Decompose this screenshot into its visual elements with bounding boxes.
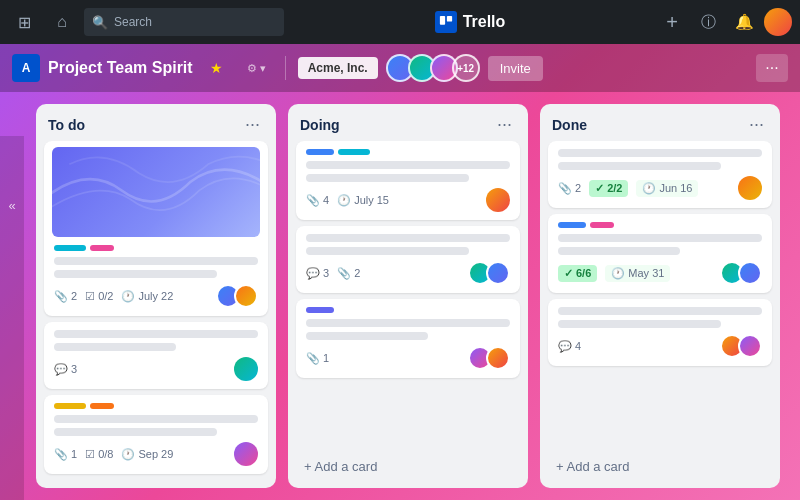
trello-logo: Trello [435,11,506,33]
list-doing-title: Doing [300,117,340,133]
doing-card-3[interactable]: 📎 1 [296,299,520,378]
comment-value: 3 [323,267,329,279]
card-6-avatars [468,346,510,370]
clock-icon: 🕐 [642,182,656,195]
attachment-value: 2 [575,182,581,194]
board-members: +12 [386,54,480,82]
collapse-icon[interactable]: « [4,194,19,217]
card-1-title [54,257,258,278]
checklist-count: ☑ 0/2 [85,290,113,303]
label-indigo [306,307,334,313]
member-count[interactable]: +12 [452,54,480,82]
app-title-area: Trello [290,11,650,33]
invite-button[interactable]: Invite [488,56,543,81]
title-line-2 [54,343,176,351]
due-date-badge: 🕐 May 31 [605,265,670,282]
trello-icon-svg [439,15,453,29]
attachment-icon: 📎 [306,194,320,207]
star-btn[interactable]: ★ [201,52,233,84]
top-navigation: ⊞ ⌂ 🔍 Search Trello + ⓘ 🔔 [0,0,800,44]
card-1-avatars [216,284,258,308]
done-card-2[interactable]: ✓ 6/6 🕐 May 31 [548,214,772,293]
label-orange [90,403,114,409]
app-name: Trello [463,13,506,31]
comment-value: 3 [71,363,77,375]
comment-count: 💬 4 [558,340,581,353]
board-more-btn[interactable]: ··· [756,54,788,82]
title-line-2 [54,270,217,278]
home-btn[interactable]: ⌂ [46,6,78,38]
comment-icon: 💬 [306,267,320,280]
todo-card-2[interactable]: 💬 3 [44,322,268,389]
list-todo-menu[interactable]: ··· [241,114,264,135]
title-line-1 [558,234,762,242]
search-bar[interactable]: 🔍 Search [84,8,284,36]
comment-count: 💬 3 [306,267,329,280]
card-4-avatar [486,188,510,212]
date-value: Jun 16 [659,182,692,194]
done-card-1[interactable]: 📎 2 ✓ 2/2 🕐 Jun 16 [548,141,772,208]
card-7-avatar [738,176,762,200]
attachment-value: 2 [71,290,77,302]
date-value: July 22 [138,290,173,302]
svg-rect-1 [447,16,452,22]
card-avatar-2 [738,334,762,358]
checklist-count: ☑ 0/8 [85,448,113,461]
card-3-title [54,415,258,436]
comment-count: 💬 3 [54,363,77,376]
done-card-3[interactable]: 💬 4 [548,299,772,366]
add-card-done-btn[interactable]: + Add a card [548,453,772,480]
cover-decoration [52,147,260,225]
card-3-labels [54,403,258,409]
clock-icon: 🕐 [611,267,625,280]
board-header: A Project Team Spirit ★ ⚙ ▾ Acme, Inc. +… [0,44,800,92]
label-pink [590,222,614,228]
nav-right-actions: + ⓘ 🔔 [656,6,792,38]
card-4-title [306,161,510,182]
label-cyan [54,245,86,251]
list-done-menu[interactable]: ··· [745,114,768,135]
card-2-title [54,330,258,351]
attachment-value: 4 [323,194,329,206]
checklist-done-badge: ✓ 6/6 [558,265,597,282]
title-line-1 [54,257,258,265]
grid-icon-btn[interactable]: ⊞ [8,6,40,38]
card-7-title [558,149,762,170]
doing-card-1[interactable]: 📎 4 🕐 July 15 [296,141,520,220]
board-logo: A [12,54,40,82]
checkmark-icon: ✓ [564,267,573,280]
due-date: 🕐 July 15 [337,194,389,207]
card-9-avatars [720,334,762,358]
clock-icon: 🕐 [121,290,135,303]
workspace-badge[interactable]: Acme, Inc. [298,57,378,79]
title-line-1 [54,415,258,423]
board-title: Project Team Spirit [48,59,193,77]
sidebar-toggle[interactable]: « [0,136,24,500]
list-done-cards: 📎 2 ✓ 2/2 🕐 Jun 16 [540,141,780,447]
attachment-count: 📎 4 [306,194,329,207]
bell-btn[interactable]: 🔔 [728,6,760,38]
attachment-count: 📎 1 [306,352,329,365]
user-avatar[interactable] [764,8,792,36]
card-6-title [306,319,510,340]
add-card-doing-btn[interactable]: + Add a card [296,453,520,480]
info-btn[interactable]: ⓘ [692,6,724,38]
list-doing-menu[interactable]: ··· [493,114,516,135]
doing-add-card: + Add a card [288,447,528,488]
card-4-labels [306,149,510,155]
title-line-2 [306,332,428,340]
attachment-value: 1 [323,352,329,364]
title-line-2 [558,320,721,328]
card-8-avatars [720,261,762,285]
checklist-icon: ☑ [85,448,95,461]
todo-card-1[interactable]: 📎 2 ☑ 0/2 🕐 July 22 [44,141,268,316]
add-btn[interactable]: + [656,6,688,38]
due-date: 🕐 Sep 29 [121,448,173,461]
label-pink [90,245,114,251]
card-5-meta: 💬 3 📎 2 [306,261,510,285]
doing-card-2[interactable]: 💬 3 📎 2 [296,226,520,293]
board-menu-btn[interactable]: ⚙ ▾ [241,52,273,84]
todo-card-3[interactable]: 📎 1 ☑ 0/8 🕐 Sep 29 [44,395,268,474]
card-6-labels [306,307,510,313]
card-5-avatars [468,261,510,285]
